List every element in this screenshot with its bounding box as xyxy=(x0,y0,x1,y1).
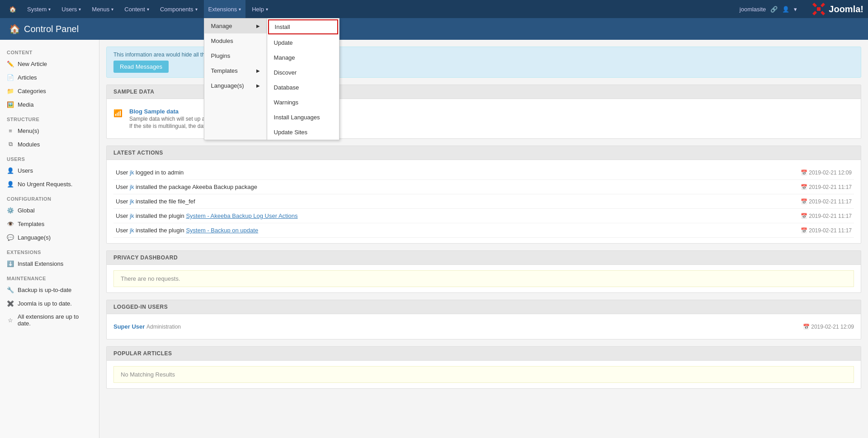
ext-sub-manage[interactable]: Manage xyxy=(267,50,339,65)
install-icon: ⬇️ xyxy=(7,260,14,267)
ext-sub-install-languages[interactable]: Install Languages xyxy=(267,110,339,125)
navbar-right: joomlasite 🔗 👤 ▾ Joomla! xyxy=(740,1,863,17)
sidebar-section-structure: STRUCTURE xyxy=(0,111,99,124)
articles-icon: 📄 xyxy=(7,74,14,81)
nav-content[interactable]: Content ▾ xyxy=(120,0,154,18)
nav-menus[interactable]: Menus ▾ xyxy=(87,0,118,18)
sidebar-section-users: USERS xyxy=(0,151,99,164)
logged-in-row: Super User Administration 📅 2019-02-21 1… xyxy=(113,320,854,334)
sidebar-section-content: CONTENT xyxy=(0,44,99,57)
cal-icon: 📅 xyxy=(801,227,807,234)
action-user-link[interactable]: jk xyxy=(130,227,134,234)
sidebar-item-media[interactable]: 🖼️ Media xyxy=(0,98,99,111)
top-navbar: 🏠 System ▾ Users ▾ Menus ▾ Content ▾ Com… xyxy=(0,0,868,18)
templates-sub-arrow-icon: ▶ xyxy=(256,68,260,73)
ext-menu-manage[interactable]: Manage ▶ xyxy=(204,19,267,33)
manage-sub-arrow-icon: ▶ xyxy=(256,24,260,28)
navbar-brand[interactable]: 🏠 xyxy=(5,0,21,18)
extensions-submenu: Install Update Manage Discover Database xyxy=(267,18,340,140)
logged-in-date: 📅 2019-02-21 12:09 xyxy=(803,324,854,330)
modules-icon: ⧉ xyxy=(7,141,14,148)
sidebar-item-modules[interactable]: ⧉ Modules xyxy=(0,137,99,151)
sidebar-item-templates[interactable]: 👁️ Templates xyxy=(0,217,99,231)
users-icon: 👤 xyxy=(7,167,14,174)
action-plugin-link[interactable]: System - Akeeba Backup Log User Actions xyxy=(186,212,297,219)
joomla-update-icon: ✖️ xyxy=(7,300,14,307)
sidebar-item-global[interactable]: ⚙️ Global xyxy=(0,203,99,217)
home-icon: 🏠 xyxy=(9,6,16,13)
menus-icon: ≡ xyxy=(7,127,14,134)
nav-components[interactable]: Components ▾ xyxy=(156,0,202,18)
popular-articles-empty: No Matching Results xyxy=(113,366,854,383)
actions-table: User jk logged in to admin 📅 2019-02-21 … xyxy=(113,165,854,238)
action-user-link[interactable]: jk xyxy=(130,198,134,205)
sidebar-item-new-article[interactable]: ✏️ New Article xyxy=(0,57,99,71)
action-plugin-link2[interactable]: System - Backup on update xyxy=(186,227,258,234)
nav-users[interactable]: Users ▾ xyxy=(57,0,85,18)
privacy-dashboard-header: PRIVACY DASHBOARD xyxy=(107,251,861,265)
backup-icon: 🔧 xyxy=(7,286,14,293)
read-messages-button[interactable]: Read Messages xyxy=(113,61,169,73)
blog-sample-link[interactable]: Blog Sample data xyxy=(129,108,179,115)
sidebar-item-articles[interactable]: 📄 Articles xyxy=(0,71,99,84)
ext-sub-warnings[interactable]: Warnings xyxy=(267,95,339,110)
ext-sub-update[interactable]: Update xyxy=(267,35,339,50)
help-arrow-icon: ▾ xyxy=(266,7,268,12)
popular-articles-panel: POPULAR ARTICLES No Matching Results xyxy=(106,346,861,389)
nav-system[interactable]: System ▾ xyxy=(23,0,55,18)
star-icon: ☆ xyxy=(7,316,14,324)
latest-actions-panel: LATEST ACTIONS User jk logged in to admi… xyxy=(106,146,861,244)
latest-actions-header: LATEST ACTIONS xyxy=(107,146,861,160)
table-row: User jk installed the plugin System - Ak… xyxy=(113,209,854,223)
popular-articles-body: No Matching Results xyxy=(107,361,861,388)
templates-icon: 👁️ xyxy=(7,220,14,227)
sidebar-item-languages[interactable]: 💬 Language(s) xyxy=(0,231,99,244)
popular-articles-header: POPULAR ARTICLES xyxy=(107,347,861,361)
svg-rect-0 xyxy=(817,7,821,11)
content-arrow-icon: ▾ xyxy=(147,7,149,12)
sidebar-item-users[interactable]: 👤 Users xyxy=(0,164,99,177)
ext-sub-install[interactable]: Install xyxy=(268,19,338,34)
sidebar-item-menus[interactable]: ≡ Menu(s) xyxy=(0,124,99,137)
sidebar-section-maintenance: MAINTENANCE xyxy=(0,270,99,283)
sidebar-section-configuration: CONFIGURATION xyxy=(0,191,99,203)
user-avatar-icon[interactable]: 👤 xyxy=(782,6,789,13)
nav-help[interactable]: Help ▾ xyxy=(247,0,273,18)
action-user-link[interactable]: jk xyxy=(130,184,134,190)
sidebar-item-urgent-requests[interactable]: 👤 No Urgent Requests. xyxy=(0,177,99,191)
logged-in-users-body: Super User Administration 📅 2019-02-21 1… xyxy=(107,314,861,339)
ext-menu-modules[interactable]: Modules xyxy=(204,33,267,48)
user-name[interactable]: joomlasite xyxy=(740,6,766,13)
joomla-logo: Joomla! xyxy=(811,1,863,17)
sidebar-item-joomla-update[interactable]: ✖️ Joomla is up to date. xyxy=(0,297,99,310)
nav-extensions[interactable]: Extensions ▾ Manage ▶ Modules Plugins xyxy=(204,0,246,18)
sidebar-item-extensions-update[interactable]: ☆ All extensions are up to date. xyxy=(0,310,99,330)
action-user-link[interactable]: jk xyxy=(130,169,134,176)
main-layout: CONTENT ✏️ New Article 📄 Articles 📁 Cate… xyxy=(0,40,868,438)
extensions-arrow-icon: ▾ xyxy=(239,7,241,12)
categories-icon: 📁 xyxy=(7,87,14,94)
ext-menu-languages[interactable]: Language(s) ▶ xyxy=(204,78,267,93)
sidebar-item-categories[interactable]: 📁 Categories xyxy=(0,84,99,98)
logged-in-username[interactable]: Super User xyxy=(113,323,145,330)
sidebar-item-install-extensions[interactable]: ⬇️ Install Extensions xyxy=(0,257,99,270)
cal-icon: 📅 xyxy=(801,198,807,205)
action-user-link[interactable]: jk xyxy=(130,212,134,219)
global-icon: ⚙️ xyxy=(7,207,14,214)
sidebar-section-extensions: EXTENSIONS xyxy=(0,244,99,257)
ext-menu-plugins[interactable]: Plugins xyxy=(204,48,267,63)
menus-arrow-icon: ▾ xyxy=(111,7,113,12)
privacy-dashboard-panel: PRIVACY DASHBOARD There are no requests. xyxy=(106,250,861,293)
cal-icon: 📅 xyxy=(803,324,810,330)
latest-actions-body: User jk logged in to admin 📅 2019-02-21 … xyxy=(107,160,861,243)
logged-in-role: Administration xyxy=(146,324,181,330)
sidebar-item-backup[interactable]: 🔧 Backup is up-to-date xyxy=(0,283,99,297)
media-icon: 🖼️ xyxy=(7,101,14,108)
edit-icon: ✏️ xyxy=(7,60,14,67)
ext-menu-templates[interactable]: Templates ▶ xyxy=(204,63,267,78)
ext-sub-update-sites[interactable]: Update Sites xyxy=(267,125,339,140)
ext-sub-discover[interactable]: Discover xyxy=(267,65,339,80)
navbar-left: 🏠 System ▾ Users ▾ Menus ▾ Content ▾ Com… xyxy=(5,0,273,18)
logged-in-users-header: LOGGED-IN USERS xyxy=(107,300,861,314)
ext-sub-database[interactable]: Database xyxy=(267,80,339,95)
